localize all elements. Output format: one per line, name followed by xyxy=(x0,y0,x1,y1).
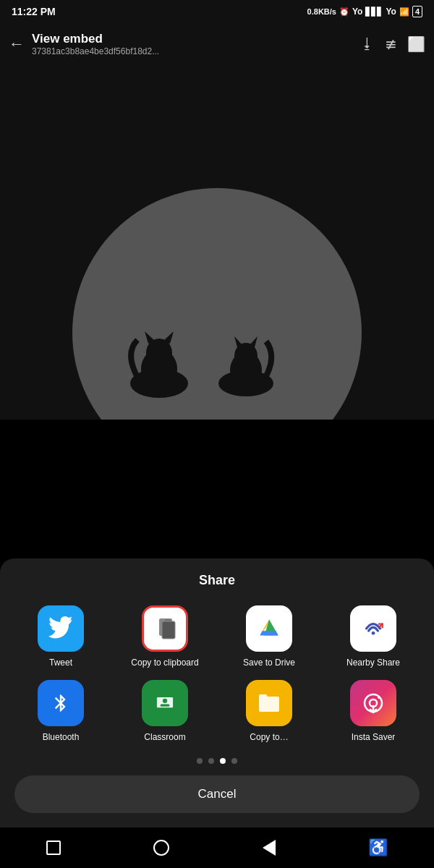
instasaver-label: Insta Saver xyxy=(352,732,396,744)
download-icon[interactable]: ⭳ xyxy=(360,35,375,53)
share-sheet: Share Tweet Copy to clipboard xyxy=(0,558,434,827)
nav-bar: ♿ xyxy=(0,827,434,868)
recent-icon xyxy=(46,841,61,855)
tweet-icon xyxy=(38,605,84,652)
signal-icon: Yo xyxy=(352,7,362,17)
speed-indicator: 0.8KB/s xyxy=(307,7,336,16)
title-group: View embed 37381ac3b8ae4be3df56bf18d2... xyxy=(32,32,360,56)
share-item-instasaver[interactable]: Insta Saver xyxy=(324,680,422,744)
pagination-dots xyxy=(12,758,422,764)
clock-icon: ⏰ xyxy=(339,7,349,17)
dot-4 xyxy=(231,758,237,764)
share-item-classroom[interactable]: Classroom xyxy=(116,680,214,744)
header-actions: ⭳ ≢ ⬜ xyxy=(360,35,425,53)
status-icons: 0.8KB/s ⏰ Yo ▋▋▋ Yo 📶 4 xyxy=(307,6,422,17)
wifi-icon: 📶 xyxy=(399,7,409,17)
copyto-label: Copy to… xyxy=(250,732,288,744)
drive-label: Save to Drive xyxy=(243,658,295,669)
dot-3 xyxy=(220,758,226,764)
status-time: 11:22 PM xyxy=(12,6,56,17)
svg-rect-11 xyxy=(162,621,175,639)
svg-marker-17 xyxy=(260,631,278,635)
share-title: Share xyxy=(12,573,422,588)
drive-icon xyxy=(246,605,292,652)
back-icon xyxy=(263,840,276,856)
main-content xyxy=(0,0,434,420)
battery-icon: 4 xyxy=(412,6,422,17)
cancel-label: Cancel xyxy=(198,787,237,801)
cancel-button[interactable]: Cancel xyxy=(14,775,420,813)
share-item-clipboard[interactable]: Copy to clipboard xyxy=(116,605,214,669)
signal2-icon: Yo xyxy=(386,7,396,17)
copyto-icon xyxy=(246,680,292,726)
share-item-bluetooth[interactable]: Bluetooth xyxy=(12,680,110,744)
svg-marker-9 xyxy=(249,336,258,347)
back-button[interactable]: ← xyxy=(9,35,25,54)
page-title: View embed xyxy=(32,32,360,46)
nav-recent-button[interactable] xyxy=(46,841,61,855)
nav-back-button[interactable] xyxy=(263,840,276,856)
svg-marker-8 xyxy=(234,336,243,347)
share-item-tweet[interactable]: Tweet xyxy=(12,605,110,669)
share-icon[interactable]: ≢ xyxy=(385,35,397,53)
dot-1 xyxy=(197,758,203,764)
clipboard-icon xyxy=(142,605,188,652)
clipboard-label: Copy to clipboard xyxy=(131,658,198,669)
svg-point-18 xyxy=(372,631,375,635)
instasaver-icon xyxy=(350,680,396,726)
svg-point-24 xyxy=(163,699,167,703)
share-item-drive[interactable]: Save to Drive xyxy=(220,605,318,669)
silhouette-image xyxy=(101,311,333,398)
share-item-nearby[interactable]: Nearby Share xyxy=(324,605,422,669)
nav-home-button[interactable] xyxy=(153,840,169,856)
svg-marker-3 xyxy=(145,331,156,344)
page-subtitle: 37381ac3b8ae4be3df56bf18d2... xyxy=(32,46,220,56)
bluetooth-label: Bluetooth xyxy=(43,732,80,744)
home-icon xyxy=(153,840,169,856)
bluetooth-icon-box xyxy=(38,680,84,726)
nav-accessibility-button[interactable]: ♿ xyxy=(368,838,388,857)
bars-icon: ▋▋▋ xyxy=(365,7,383,17)
status-bar: 11:22 PM 0.8KB/s ⏰ Yo ▋▋▋ Yo 📶 4 xyxy=(0,0,434,23)
classroom-label: Classroom xyxy=(144,732,185,744)
svg-point-28 xyxy=(378,696,380,699)
classroom-icon xyxy=(142,680,188,726)
tweet-label: Tweet xyxy=(49,658,72,669)
nearby-icon xyxy=(350,605,396,652)
open-external-icon[interactable]: ⬜ xyxy=(407,35,425,53)
share-item-copyto[interactable]: Copy to… xyxy=(220,680,318,744)
nearby-label: Nearby Share xyxy=(346,658,400,669)
svg-marker-4 xyxy=(163,331,174,344)
svg-rect-25 xyxy=(161,705,170,707)
dot-2 xyxy=(208,758,214,764)
accessibility-icon: ♿ xyxy=(368,838,388,857)
share-grid: Tweet Copy to clipboard xyxy=(12,605,422,744)
svg-rect-12 xyxy=(165,619,171,622)
header-bar: ← View embed 37381ac3b8ae4be3df56bf18d2.… xyxy=(0,26,434,62)
